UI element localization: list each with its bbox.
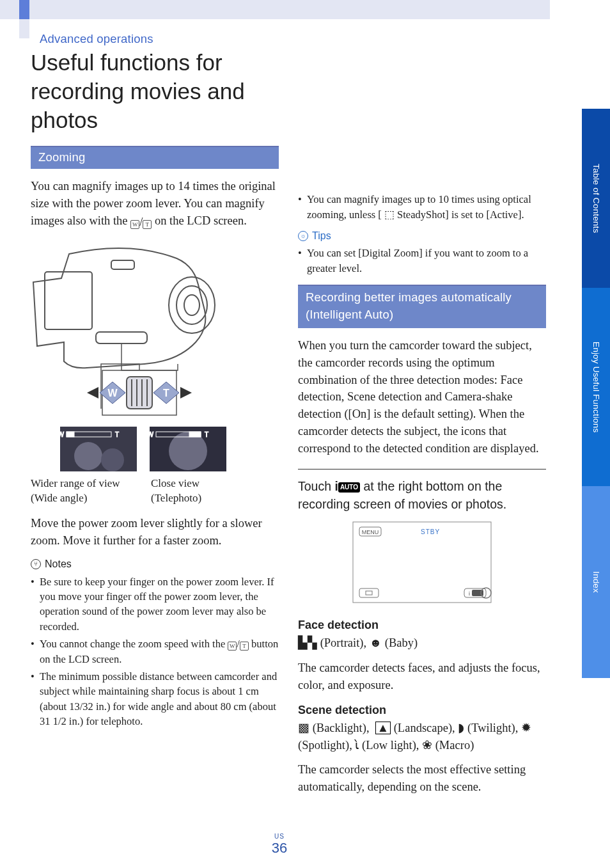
tab-index[interactable]: Index — [582, 486, 610, 678]
spotlight-icon: ✹ — [521, 722, 531, 734]
tab-useful[interactable]: Enjoy Useful Functions — [582, 288, 610, 486]
header-accent-below — [19, 19, 29, 38]
scene-detection-icons: ▩ (Backlight), ▲ (Landscape), ◗ (Twiligh… — [298, 720, 546, 754]
face-detection-icons: ▙▚ (Portrait), ☻ (Baby) — [298, 635, 546, 652]
portrait-icon: ▙▚ — [298, 636, 317, 649]
touch-a: Touch — [298, 479, 334, 493]
macro-icon: ❀ — [422, 739, 432, 752]
scene-detection-p: The camcorder selects the most effective… — [298, 761, 546, 796]
svg-text:W: W — [148, 431, 154, 438]
svg-text:W: W — [58, 431, 65, 438]
baby-icon: ☻ — [370, 636, 382, 649]
lcd-menu-label: MENU — [362, 529, 379, 535]
right-top-bullet: You can magnify images up to 10 times us… — [298, 192, 546, 222]
face-detection-p: The camcorder detects faces, and adjusts… — [298, 659, 546, 694]
note-item: The minimum possible distance between ca… — [31, 669, 279, 729]
tab-toc[interactable]: Table of Contents — [582, 109, 610, 288]
notes-heading-text: Notes — [45, 556, 72, 571]
wt-inline-icon: W/T — [130, 214, 152, 231]
tips-icon: ☼ — [298, 231, 308, 241]
svg-point-19 — [101, 448, 124, 471]
side-tabs: Table of Contents Enjoy Useful Functions… — [582, 109, 610, 678]
scene-detection-heading: Scene detection — [298, 702, 546, 718]
lcd-stby-label: STBY — [421, 528, 440, 535]
svg-marker-14 — [87, 387, 98, 398]
t-label: T — [163, 388, 169, 398]
caption-tele: Close view (Telephoto) — [151, 477, 253, 506]
lowlight-icon: ὶ — [355, 739, 359, 752]
zooming-intro-b: on the LCD screen. — [155, 214, 247, 227]
svg-rect-5 — [96, 332, 147, 343]
page-number: US 36 — [0, 833, 559, 856]
zoom-figure: W T — [31, 242, 279, 506]
w-icon: W — [228, 642, 237, 651]
caption-tele-a: Close view — [151, 477, 199, 489]
svg-rect-4 — [111, 260, 134, 269]
note-item: Be sure to keep your finger on the power… — [31, 574, 279, 635]
tips-heading-text: Tips — [312, 228, 331, 243]
t-icon: T — [240, 642, 249, 651]
svg-point-2 — [176, 286, 207, 324]
svg-point-18 — [74, 442, 102, 470]
landscape-icon: ▲ — [375, 722, 391, 735]
page-title: Useful functions for recording movies an… — [31, 49, 274, 134]
notes-heading: ⑂ Notes — [31, 556, 279, 571]
svg-text:i: i — [469, 590, 470, 597]
right-top-bullets: You can magnify images up to 10 times us… — [298, 192, 546, 222]
caption-tele-b: (Telephoto) — [151, 492, 201, 504]
svg-point-3 — [184, 295, 199, 315]
svg-rect-22 — [66, 432, 74, 437]
svg-rect-26 — [189, 432, 201, 437]
w-label: W — [107, 388, 118, 398]
svg-text:T: T — [205, 431, 208, 438]
zooming-intro: You can magnify images up to 14 times th… — [31, 178, 279, 230]
zoom-speed-p: Move the power zoom lever slightly for a… — [31, 515, 279, 549]
svg-marker-15 — [180, 387, 192, 398]
svg-rect-7 — [127, 377, 152, 409]
tip-item: You can set [Digital Zoom] if you want t… — [298, 246, 546, 276]
page-number-value: 36 — [272, 840, 287, 856]
face-detection-heading: Face detection — [298, 617, 546, 633]
svg-rect-0 — [45, 272, 92, 329]
notes-icon: ⑂ — [31, 559, 41, 569]
touch-instruction: Touch iAUTO at the right bottom on the r… — [298, 477, 546, 514]
tips-heading: ☼ Tips — [298, 228, 546, 243]
caption-wide: Wider range of view (Wide angle) — [31, 477, 133, 506]
svg-point-20 — [169, 432, 207, 470]
section-label: Advanced operations — [40, 32, 584, 46]
twilight-icon: ◗ — [458, 722, 464, 734]
lcd-screenshot: MENU STBY i — [352, 521, 492, 604]
caption-wide-b: (Wide angle) — [31, 492, 88, 504]
iauto-badge-icon: AUTO — [338, 482, 360, 493]
caption-wide-a: Wider range of view — [31, 477, 120, 489]
backlight-icon: ▩ — [298, 722, 309, 734]
divider — [298, 469, 546, 470]
page-region: US — [0, 833, 559, 840]
note-item: You cannot change the zoom speed with th… — [31, 636, 279, 667]
notes-list: Be sure to keep your finger on the power… — [31, 574, 279, 729]
iauto-intro: When you turn the camcorder toward the s… — [298, 337, 546, 457]
header-accent — [19, 0, 29, 19]
section-heading-zooming: Zooming — [31, 146, 279, 169]
header-stripe — [0, 0, 550, 19]
svg-text:T: T — [115, 431, 119, 438]
section-heading-iauto: Recording better images automatically (I… — [298, 285, 546, 328]
tips-list: You can set [Digital Zoom] if you want t… — [298, 246, 546, 276]
